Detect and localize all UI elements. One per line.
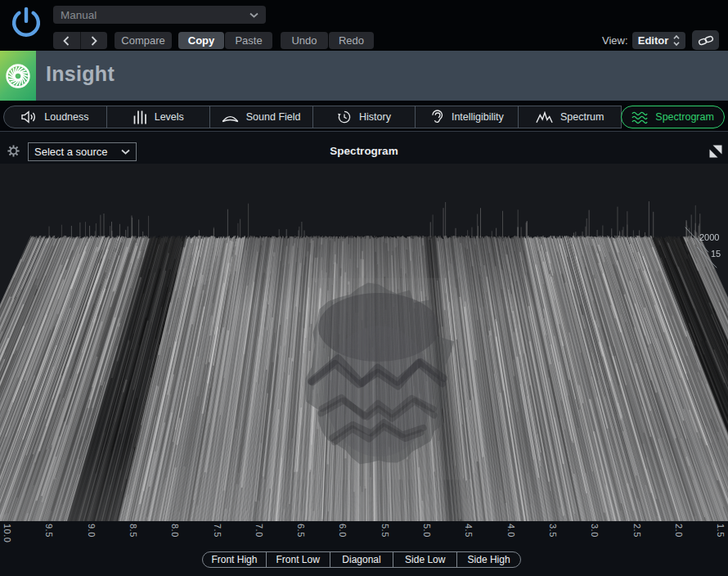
- time-axis-label: 10.0: [2, 524, 12, 542]
- tab-loudness[interactable]: Loudness: [3, 106, 107, 128]
- view-mode-value: Editor: [638, 34, 669, 47]
- preset-nav-group: [53, 32, 107, 49]
- up-down-chevrons-icon: [673, 35, 680, 46]
- view-mode-select[interactable]: Editor: [632, 32, 685, 49]
- view-diagonal-button[interactable]: Diagonal: [330, 551, 394, 568]
- time-axis-label: 9.0: [87, 524, 97, 538]
- time-axis-label: 7.5: [213, 524, 222, 538]
- tab-label: Loudness: [44, 111, 88, 123]
- app-title: Insight: [46, 62, 115, 86]
- undo-button[interactable]: Undo: [281, 32, 328, 49]
- waveform-icon: [536, 111, 553, 124]
- expand-icon: [709, 145, 722, 158]
- expand-button[interactable]: [709, 145, 722, 158]
- chevron-left-icon: [63, 36, 70, 46]
- time-axis-label: 4.0: [506, 524, 516, 538]
- time-axis-label: 9.5: [44, 524, 54, 538]
- tab-label: Spectrum: [560, 111, 604, 123]
- tab-label: History: [359, 111, 391, 123]
- insight-plugin-window: Manual Compare Copy Paste Undo Redo View…: [0, 0, 728, 576]
- time-axis-label: 5.5: [380, 524, 390, 538]
- preset-value: Manual: [61, 9, 97, 21]
- tab-label: Intelligibility: [452, 111, 504, 123]
- redo-button[interactable]: Redo: [329, 32, 374, 49]
- chevron-right-icon: [91, 36, 97, 46]
- app-header: Insight Layouts: [0, 51, 728, 101]
- spectrogram-canvas[interactable]: [0, 164, 728, 521]
- chevron-down-icon: [249, 12, 258, 18]
- time-axis-label: 6.0: [338, 524, 348, 538]
- frequency-axis-label: 15: [711, 249, 721, 259]
- view-side-low-button[interactable]: Side Low: [393, 551, 457, 568]
- izotope-logo: [0, 51, 36, 101]
- panel-header: Select a source Spectrogram: [0, 131, 728, 164]
- view-label: View:: [602, 34, 628, 47]
- time-axis: 10.09.59.08.58.07.57.06.56.05.55.04.54.0…: [0, 521, 728, 548]
- time-axis-label: 5.0: [422, 524, 432, 538]
- time-axis-label: 7.0: [254, 524, 264, 538]
- power-button[interactable]: [8, 4, 44, 40]
- ear-icon: [430, 109, 444, 125]
- view-angle-bar: Front High Front Low Diagonal Side Low S…: [0, 548, 728, 576]
- tab-spectrum[interactable]: Spectrum: [518, 106, 622, 128]
- time-axis-label: 2.5: [632, 524, 642, 538]
- tab-sound-field[interactable]: Sound Field: [209, 106, 313, 128]
- frequency-axis-label: 2000: [699, 232, 719, 242]
- tab-label: Sound Field: [246, 111, 301, 123]
- spectrogram-display: 200015: [0, 164, 728, 521]
- copy-button[interactable]: Copy: [178, 32, 224, 49]
- panel-title: Spectrogram: [0, 145, 728, 157]
- view-angle-segment-control: Front High Front Low Diagonal Side Low S…: [202, 551, 521, 568]
- paste-button[interactable]: Paste: [225, 32, 272, 49]
- link-icon: [698, 35, 714, 46]
- link-button[interactable]: [692, 30, 719, 50]
- tab-spectrogram[interactable]: Spectrogram: [621, 106, 725, 128]
- history-clock-icon: [337, 110, 352, 124]
- tab-intelligibility[interactable]: Intelligibility: [415, 106, 519, 128]
- waves-icon: [631, 110, 648, 124]
- time-axis-label: 4.5: [464, 524, 474, 538]
- time-axis-label: 1.5: [716, 524, 726, 538]
- tab-label: Levels: [155, 111, 184, 123]
- time-axis-label: 8.0: [170, 524, 180, 538]
- soundfield-icon: [222, 111, 239, 123]
- preset-back-button[interactable]: [53, 32, 81, 49]
- izotope-spiral-icon: [5, 63, 31, 89]
- tab-levels[interactable]: Levels: [106, 106, 210, 128]
- speaker-icon: [21, 110, 37, 124]
- tab-history[interactable]: History: [312, 106, 416, 128]
- bars-icon: [133, 110, 147, 124]
- time-axis-label: 8.5: [128, 524, 138, 538]
- view-front-high-button[interactable]: Front High: [202, 551, 267, 568]
- tab-label: Spectrogram: [655, 111, 714, 123]
- view-side-high-button[interactable]: Side High: [456, 551, 521, 568]
- time-axis-label: 3.0: [590, 524, 600, 538]
- time-axis-label: 6.5: [296, 524, 306, 538]
- compare-button[interactable]: Compare: [115, 32, 172, 49]
- host-toolbar: Manual Compare Copy Paste Undo Redo View…: [0, 0, 728, 51]
- preset-dropdown[interactable]: Manual: [53, 6, 266, 24]
- power-icon: [8, 4, 44, 40]
- preset-forward-button[interactable]: [81, 32, 108, 49]
- time-axis-label: 2.0: [674, 524, 684, 538]
- time-axis-label: 3.5: [548, 524, 558, 538]
- view-front-low-button[interactable]: Front Low: [266, 551, 330, 568]
- meter-tabbar: Loudness Levels Sound Field: [0, 101, 728, 131]
